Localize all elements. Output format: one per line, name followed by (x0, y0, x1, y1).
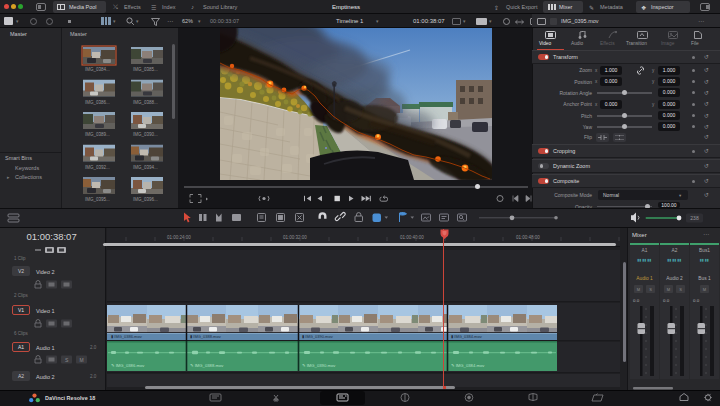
svg-text:Bus 1: Bus 1 (698, 276, 711, 281)
svg-text:✎ IMG_0384.mov: ✎ IMG_0384.mov (451, 363, 485, 368)
svg-text:238: 238 (690, 215, 699, 221)
svg-text:S: S (679, 287, 682, 292)
svg-text:IMG_0395...: IMG_0395... (85, 197, 110, 202)
svg-text:IMG_0396...: IMG_0396... (133, 197, 158, 202)
svg-text:▮▮ ▮▮ ▮▮: ▮▮ ▮▮ ▮▮ (638, 258, 652, 262)
svg-text:✎ IMG_0390.mov: ✎ IMG_0390.mov (302, 363, 336, 368)
svg-text:IMG_0388...: IMG_0388... (133, 100, 158, 105)
svg-text:IMG_0392...: IMG_0392... (85, 165, 110, 170)
svg-text:▮ IMG_0390.mov: ▮ IMG_0390.mov (302, 334, 333, 339)
svg-text:Bus1: Bus1 (699, 248, 710, 253)
svg-text:M: M (667, 287, 670, 292)
svg-text:▮ IMG_0384.mov: ▮ IMG_0384.mov (451, 334, 482, 339)
svg-text:Audio 1: Audio 1 (636, 276, 653, 281)
svg-text:✎ IMG_0388.mov: ✎ IMG_0388.mov (190, 363, 224, 368)
svg-text:▮▮ ▮▮: ▮▮ ▮▮ (700, 258, 709, 262)
svg-text:IMG_0394...: IMG_0394... (133, 165, 158, 170)
svg-text:IMG_0385...: IMG_0385... (133, 67, 158, 72)
svg-text:A1: A1 (642, 248, 648, 253)
svg-text:M: M (703, 287, 706, 292)
svg-text:0.0: 0.0 (693, 298, 700, 303)
svg-text:0.0: 0.0 (633, 298, 640, 303)
svg-text:✎ IMG_0386.mov: ✎ IMG_0386.mov (111, 363, 145, 368)
svg-text:▮ IMG_0388.mov: ▮ IMG_0388.mov (190, 334, 221, 339)
svg-text:M: M (637, 287, 640, 292)
svg-text:IMG_0390...: IMG_0390... (133, 132, 158, 137)
svg-text:M: M (80, 357, 84, 363)
svg-text:IMG_0389...: IMG_0389... (85, 132, 110, 137)
svg-text:▮▮ ▮▮ ▮▮: ▮▮ ▮▮ ▮▮ (668, 258, 682, 262)
svg-text:Audio 2: Audio 2 (666, 276, 683, 281)
svg-text:S: S (649, 287, 652, 292)
svg-text:▮ IMG_0386.mov: ▮ IMG_0386.mov (111, 334, 142, 339)
svg-text:IMG_0384...: IMG_0384... (85, 67, 110, 72)
svg-text:A2: A2 (672, 248, 678, 253)
svg-text:IMG_0386...: IMG_0386... (85, 100, 110, 105)
svg-text:0.0: 0.0 (663, 298, 670, 303)
